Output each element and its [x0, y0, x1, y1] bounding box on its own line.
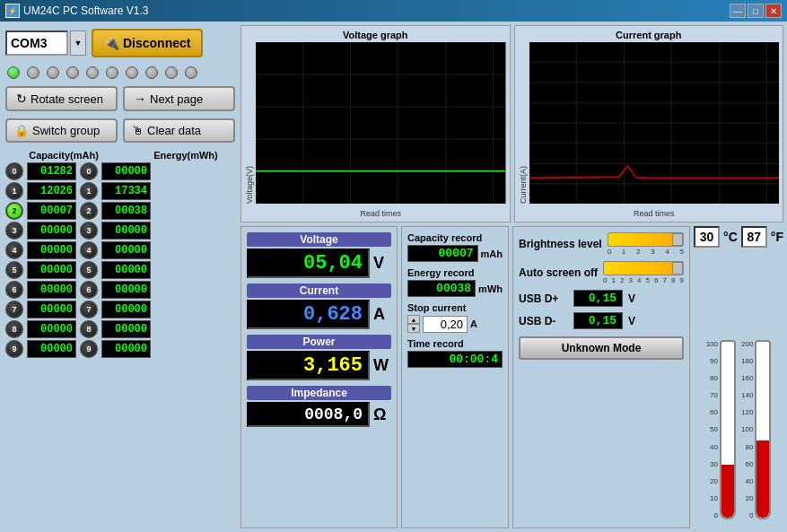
switch-group-button[interactable]: 🔒 Switch group	[5, 118, 118, 143]
next-label: Next page	[150, 92, 203, 106]
minimize-button[interactable]: —	[730, 4, 746, 18]
fahrenheit-value: 87	[741, 226, 767, 248]
title-bar: ⚡ UM24C PC Software V1.3 — □ ✕	[0, 0, 787, 22]
brightness-row: Brightness level 0 1 2 3 4 5	[519, 232, 684, 256]
power-unit: W	[373, 356, 391, 375]
col1-header: Capacity(mAh)	[5, 150, 122, 161]
current-graph-container: Current graph Current(A)	[514, 25, 784, 222]
table-row: 800000800000	[5, 320, 235, 338]
status-dot-1	[27, 66, 39, 79]
next-icon: →	[134, 92, 146, 106]
energy-field-4: 00000	[101, 241, 151, 259]
table-row: 300000300000	[5, 222, 235, 240]
voltage-section: Voltage 05,04 V	[247, 232, 391, 278]
voltage-graph-area: Voltage(V)	[245, 42, 506, 204]
top-controls: COM3 ▼ 🔌 Disconnect	[4, 25, 237, 61]
table-row: 400000400000	[5, 241, 235, 259]
current-graph-content: 4,000 3,500 3,000 2,500 2,000 1,500 1,00…	[529, 42, 780, 204]
row-dot-0: 0	[5, 162, 23, 180]
spin-up-button[interactable]: ▲	[407, 315, 420, 324]
voltage-y-label: Voltage(V)	[245, 42, 254, 204]
rotate-screen-button[interactable]: ↻ Rotate screen	[5, 86, 118, 111]
energy-dot-5: 5	[80, 261, 98, 279]
voltage-unit: V	[373, 254, 391, 273]
capacity-field-9: 00000	[27, 340, 76, 358]
current-value: 0,628	[247, 300, 370, 329]
usb-dminus-unit: V	[628, 315, 635, 327]
next-page-button[interactable]: → Next page	[123, 86, 235, 111]
switch-label: Switch group	[32, 124, 100, 137]
current-graph-title: Current graph	[519, 30, 780, 40]
capacity-field-4: 00000	[27, 241, 76, 259]
energy-dot-3: 3	[80, 222, 98, 240]
thermometers-container: 100 90 80 70 60 50 40 30 20 10 0	[706, 251, 772, 528]
auto-screen-off-track[interactable]	[603, 261, 684, 275]
stop-current-section: Stop current ▲ ▼ 0,20 A	[407, 302, 503, 333]
usb-dminus-row: USB D- 0,15 V	[519, 312, 684, 329]
dot-row	[4, 65, 237, 81]
energy-dot-4: 4	[80, 241, 98, 259]
row-dot-5: 5	[5, 261, 23, 279]
time-record-section: Time record 00:00:4	[407, 338, 503, 368]
capacity-record-unit: mAh	[481, 249, 503, 259]
app-icon: ⚡	[5, 4, 20, 18]
voltage-graph-svg: 25,00 20,00 15,00 10,00 5,00 0,00 0 20 4…	[256, 42, 506, 204]
energy-record-label: Energy record	[407, 267, 503, 278]
usb-dplus-label: USB D+	[519, 292, 568, 305]
energy-field-1: 17334	[101, 182, 151, 200]
close-button[interactable]: ✕	[765, 4, 782, 18]
voltage-value: 05,04	[247, 249, 370, 278]
fahrenheit-tube	[755, 340, 771, 519]
capacity-record-label: Capacity record	[407, 232, 503, 243]
com-port-dropdown[interactable]: ▼	[70, 31, 86, 56]
switch-icon: 🔒	[14, 124, 29, 137]
row-dot-6: 6	[5, 281, 23, 299]
unknown-mode-button[interactable]: Unknown Mode	[519, 336, 684, 360]
clear-data-button[interactable]: 🖱 Clear data	[123, 118, 235, 143]
impedance-section: Impedance 0008,0 Ω	[247, 386, 391, 427]
status-dot-9	[185, 66, 197, 79]
brightness-track[interactable]	[608, 232, 684, 247]
title-bar-controls[interactable]: — □ ✕	[730, 4, 782, 18]
spin-down-button[interactable]: ▼	[407, 324, 420, 333]
row-dot-3: 3	[5, 222, 23, 240]
nav-buttons-row: ↻ Rotate screen → Next page	[4, 84, 237, 113]
celsius-fill	[721, 465, 734, 518]
voltage-graph-container: Voltage graph Voltage(V)	[240, 25, 511, 222]
table-row: 700000700000	[5, 301, 235, 318]
celsius-thermometer: 100 90 80 70 60 50 40 30 20 10 0	[706, 331, 736, 528]
brightness-slider[interactable]: 0 1 2 3 4 5	[608, 232, 684, 256]
fahrenheit-unit: °F	[771, 230, 783, 244]
row-dot-9: 9	[5, 340, 23, 358]
col2-header: Energy(mWh)	[136, 150, 235, 161]
power-section: Power 3,165 W	[247, 335, 391, 380]
stop-current-spinner[interactable]: ▲ ▼	[407, 315, 420, 333]
auto-screen-off-row: Auto screen off 0 1 2 3 4 5 6	[519, 261, 684, 284]
voltage-x-label: Read times	[256, 209, 506, 218]
energy-dot-2: 2	[80, 202, 98, 220]
voltage-graph-content: 25,00 20,00 15,00 10,00 5,00 0,00 0 20 4…	[256, 42, 506, 204]
row-dot-1: 1	[5, 182, 23, 200]
energy-dot-1: 1	[80, 182, 98, 200]
voltage-label: Voltage	[247, 232, 391, 247]
auto-screen-off-thumb[interactable]	[672, 262, 683, 275]
capacity-field-6: 00000	[27, 281, 76, 299]
clear-label: Clear data	[147, 124, 201, 137]
right-panel: Voltage graph Voltage(V)	[240, 25, 783, 528]
usb-dplus-unit: V	[628, 292, 635, 305]
auto-screen-off-slider[interactable]: 0 1 2 3 4 5 6 7 8 9	[603, 261, 684, 284]
main-container: COM3 ▼ 🔌 Disconnect ↻ Rotate	[0, 22, 787, 532]
usb-dplus-value: 0,15	[573, 290, 623, 307]
maximize-button[interactable]: □	[748, 4, 764, 18]
com-select[interactable]: COM3 ▼	[5, 31, 86, 56]
com-port-input[interactable]: COM3	[5, 31, 68, 56]
row-dot-2: 2	[5, 202, 23, 220]
capacity-record-section: Capacity record 00007 mAh	[407, 232, 503, 262]
capacity-field-3: 00000	[27, 222, 76, 240]
usb-dminus-label: USB D-	[519, 315, 568, 327]
disconnect-button[interactable]: 🔌 Disconnect	[92, 29, 203, 57]
svg-rect-0	[256, 42, 506, 204]
brightness-thumb[interactable]	[672, 233, 683, 246]
stop-current-input[interactable]: 0,20	[423, 316, 468, 333]
auto-screen-off-label: Auto screen off	[519, 266, 598, 279]
